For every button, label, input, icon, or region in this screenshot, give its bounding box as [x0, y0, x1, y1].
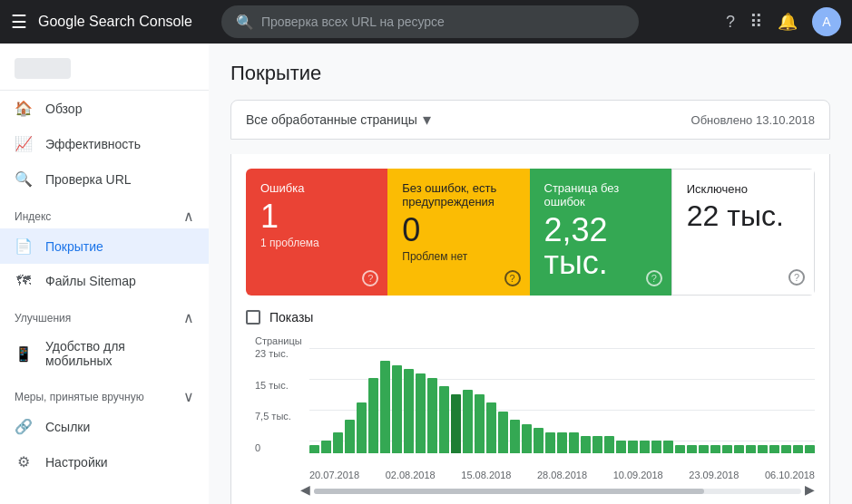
chart-y-labels: 23 тыс. 15 тыс. 7,5 тыс. 0 — [255, 348, 305, 453]
y-label-top: 23 тыс. — [255, 348, 305, 359]
chart-bar — [687, 445, 697, 453]
page-title: Покрытие — [230, 62, 321, 85]
sidebar-item-url-check[interactable]: 🔍 Проверка URL — [0, 161, 209, 197]
chart-bar — [451, 394, 461, 453]
help-icon-warning[interactable]: ? — [504, 270, 521, 286]
chart-bar — [722, 445, 732, 453]
y-axis-label: Страницы — [255, 335, 302, 346]
chart-bar — [758, 445, 768, 453]
stat-warning-sublabel: Проблем нет — [402, 250, 514, 263]
chart-bar — [357, 402, 367, 453]
chart-bar — [557, 432, 567, 453]
chart-bar — [604, 436, 614, 453]
chart-bar — [522, 424, 532, 453]
stat-excluded-value: 22 тыс. — [687, 201, 799, 230]
sidebar-item-label: Файлы Sitemap — [45, 274, 136, 288]
stat-warning-label: Без ошибок, есть предупреждения — [402, 181, 514, 208]
notifications-icon[interactable]: 🔔 — [778, 12, 798, 32]
chart-scrollbar[interactable] — [314, 489, 801, 494]
sidebar-item-label: Ссылки — [45, 420, 90, 434]
search-icon: 🔍 — [15, 170, 33, 188]
chart-bar — [699, 445, 709, 453]
scroll-left-icon[interactable]: ◀ — [300, 482, 310, 497]
chart-bar — [781, 445, 791, 453]
topbar: ☰ Google Search Console 🔍 ? ⠿ 🔔 A — [0, 0, 852, 44]
help-icon-excluded[interactable]: ? — [788, 269, 805, 286]
sidebar-item-coverage[interactable]: 📄 Покрытие — [0, 228, 209, 264]
stats-section: Ошибка 1 1 проблема ? Без ошибок, есть п… — [230, 154, 830, 504]
sidebar-user: •••••••••• — [0, 44, 209, 91]
chevron-up-icon[interactable]: ∧ — [183, 309, 194, 326]
stat-success-value: 2,32 тыс. — [544, 214, 657, 279]
search-bar[interactable]: 🔍 — [221, 5, 639, 38]
stat-warning-value: 0 — [402, 214, 514, 247]
sidebar-section-manual: Меры, принятые вручную ∨ — [0, 377, 209, 409]
main-layout: •••••••••• 🏠 Обзор 📈 Эффективность 🔍 Про… — [0, 44, 852, 504]
chart-bar — [439, 386, 449, 453]
chart-bar — [710, 445, 720, 453]
stat-card-success[interactable]: Страница без ошибок 2,32 тыс. ? — [530, 169, 671, 296]
home-icon: 🏠 — [15, 100, 33, 117]
chart-bar — [805, 445, 815, 453]
chart-bar — [368, 378, 378, 453]
chart-bar — [793, 445, 803, 453]
sidebar-section-index: Индекс ∧ — [0, 197, 209, 228]
sidebar-item-settings[interactable]: ⚙ Настройки — [0, 444, 209, 480]
chart-bar — [734, 445, 744, 453]
sidebar-item-label: Обзор — [45, 102, 82, 116]
chevron-down-icon: ▾ — [423, 110, 431, 130]
sidebar: •••••••••• 🏠 Обзор 📈 Эффективность 🔍 Про… — [0, 44, 209, 504]
link-icon: 🔗 — [15, 418, 33, 435]
help-icon-success[interactable]: ? — [646, 270, 662, 286]
stat-card-error[interactable]: Ошибка 1 1 проблема ? — [246, 169, 387, 296]
chart-bar — [581, 436, 591, 453]
help-icon-error[interactable]: ? — [362, 270, 378, 286]
chart-bar — [545, 432, 555, 453]
stat-success-label: Страница без ошибок — [544, 181, 657, 208]
sidebar-item-links[interactable]: 🔗 Ссылки — [0, 409, 209, 444]
filter-dropdown[interactable]: Все обработанные страницы ▾ — [246, 110, 431, 130]
user-avatar[interactable]: A — [812, 7, 841, 36]
help-icon[interactable]: ? — [726, 13, 735, 32]
chart-header: Показы — [246, 310, 815, 325]
user-name: •••••••••• — [15, 58, 71, 79]
chart-bar — [651, 441, 661, 453]
x-label-5: 10.09.2018 — [613, 470, 663, 480]
chart-scroll-thumb — [314, 489, 704, 494]
chart-bar — [309, 445, 319, 453]
sidebar-item-performance[interactable]: 📈 Эффективность — [0, 126, 209, 161]
sidebar-item-label: Удобство для мобильных — [45, 339, 194, 368]
x-label-1: 20.07.2018 — [309, 470, 359, 480]
sidebar-item-sitemaps[interactable]: 🗺 Файлы Sitemap — [0, 264, 209, 298]
chart-bar — [463, 390, 473, 453]
sidebar-item-label: Проверка URL — [45, 172, 132, 187]
chart-bar — [427, 378, 437, 453]
stat-error-value: 1 — [260, 200, 373, 233]
chevron-up-icon[interactable]: ∧ — [183, 208, 194, 225]
sidebar-item-label: Покрытие — [45, 239, 103, 254]
sidebar-item-overview[interactable]: 🏠 Обзор — [0, 91, 209, 126]
search-input[interactable] — [261, 15, 624, 29]
app-logo: Google Search Console — [38, 14, 192, 30]
x-label-2: 02.08.2018 — [386, 470, 436, 480]
x-label-3: 15.08.2018 — [461, 470, 511, 480]
x-label-7: 06.10.2018 — [765, 470, 815, 480]
scroll-right-icon[interactable]: ▶ — [805, 482, 815, 497]
stat-excluded-label: Исключено — [687, 182, 799, 196]
y-label-bottom: 0 — [255, 442, 305, 453]
sidebar-section-improvements: Улучшения ∧ — [0, 298, 209, 330]
chart-bar — [416, 373, 426, 453]
apps-icon[interactable]: ⠿ — [749, 11, 763, 33]
chevron-down-icon[interactable]: ∨ — [183, 388, 194, 405]
shows-checkbox[interactable] — [246, 310, 260, 325]
sidebar-item-mobile[interactable]: 📱 Удобство для мобильных — [0, 330, 209, 377]
menu-icon[interactable]: ☰ — [11, 11, 27, 33]
chart-bar — [498, 412, 508, 453]
content-header: Покрытие — [230, 62, 830, 85]
stat-card-excluded[interactable]: Исключено 22 тыс. ? — [671, 169, 815, 296]
chart-bar — [333, 432, 343, 453]
filter-bar: Все обработанные страницы ▾ Обновлено 13… — [230, 100, 830, 140]
stat-card-warning[interactable]: Без ошибок, есть предупреждения 0 Пробле… — [387, 169, 529, 296]
chart-bar — [746, 445, 756, 453]
chart-bar — [592, 436, 602, 453]
